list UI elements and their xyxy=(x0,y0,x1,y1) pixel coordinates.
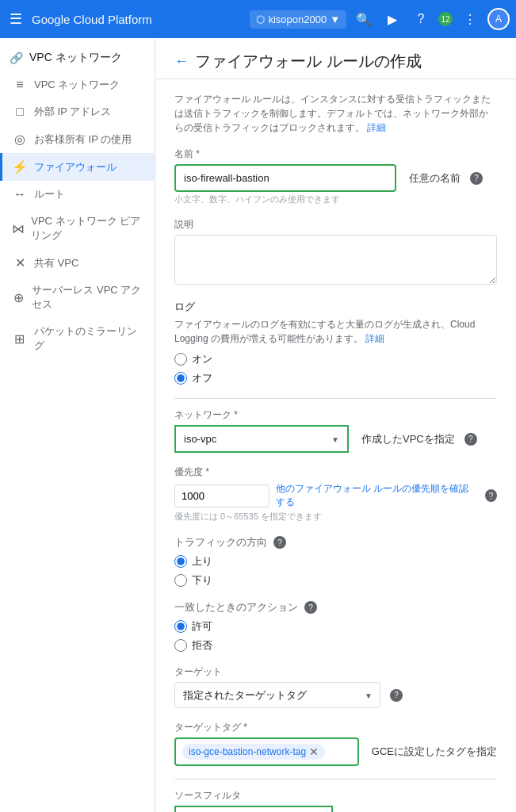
target-help-icon[interactable]: ? xyxy=(390,689,403,702)
sidebar-item-customer-ip[interactable]: ◎ お客様所有 IP の使用 xyxy=(0,125,155,153)
name-field-wrapper: 名前 * 任意の名前 ? 小文字、数字、ハイフンのみ使用できます xyxy=(174,147,497,205)
priority-section: 優先度 * 他のファイアウォール ルールの優先順を確認する ? 優先度には 0～… xyxy=(174,465,497,523)
sidebar-item-label: パケットのミラーリング xyxy=(34,324,145,353)
target-tag-annotation: GCEに設定したタグを指定 xyxy=(372,745,497,759)
log-desc: ファイアウォールのログを有効にすると大量のログが生成され、Cloud Loggi… xyxy=(174,317,497,346)
deny-radio[interactable] xyxy=(174,639,187,652)
avatar[interactable]: A xyxy=(487,8,510,30)
egress-radio[interactable] xyxy=(174,574,187,587)
sidebar-item-label: お客様所有 IP の使用 xyxy=(34,132,132,147)
sidebar: 🔗 VPC ネットワーク ≡ VPC ネットワーク □ 外部 IP アドレス ◎… xyxy=(0,38,155,812)
traffic-help-icon[interactable]: ? xyxy=(273,536,286,549)
log-on-option[interactable]: オン xyxy=(174,352,497,366)
vpc-network-icon: ≡ xyxy=(12,78,28,92)
sidebar-item-shared-vpc[interactable]: ✕ 共有 VPC xyxy=(0,249,155,277)
source-filter-label: ソースフィルタ xyxy=(174,789,497,802)
divider-1 xyxy=(174,398,497,399)
help-icon[interactable]: ? xyxy=(410,8,432,30)
sidebar-item-serverless-vpc[interactable]: ⊕ サーバーレス VPC アクセス xyxy=(0,277,155,318)
ingress-label: 上り xyxy=(192,554,212,569)
name-input[interactable] xyxy=(174,164,396,192)
shared-vpc-icon: ✕ xyxy=(12,255,28,270)
external-ip-icon: □ xyxy=(12,105,28,119)
traffic-ingress-option[interactable]: 上り xyxy=(174,554,497,569)
log-section: ログ ファイアウォールのログを有効にすると大量のログが生成され、Cloud Lo… xyxy=(174,300,497,385)
sidebar-item-packet-mirroring[interactable]: ⊞ パケットのミラーリング xyxy=(0,318,155,359)
name-annotation-block: 名前 * 任意の名前 ? 小文字、数字、ハイフンのみ使用できます xyxy=(174,147,497,205)
routes-icon: ↔ xyxy=(12,187,28,201)
sidebar-item-vpc-peering[interactable]: ⋈ VPC ネットワーク ピアリング xyxy=(0,208,155,249)
description-input[interactable] xyxy=(174,235,497,285)
allow-label: 許可 xyxy=(192,619,212,634)
sidebar-item-label: VPC ネットワーク xyxy=(34,78,120,92)
action-section: 一致したときのアクション ? 許可 拒否 xyxy=(174,600,497,653)
log-off-radio[interactable] xyxy=(174,372,187,385)
network-select[interactable]: iso-vpc xyxy=(176,427,347,451)
action-allow-option[interactable]: 許可 xyxy=(174,619,497,634)
ingress-radio[interactable] xyxy=(174,555,187,568)
description-link[interactable]: 詳細 xyxy=(367,122,386,133)
source-filter-section: ソースフィルタ IP 範囲 ? xyxy=(174,789,497,812)
source-filter-row: IP 範囲 ? xyxy=(174,806,497,812)
target-label: ターゲット xyxy=(174,665,497,679)
sidebar-item-vpc-network[interactable]: ≡ VPC ネットワーク xyxy=(0,71,155,98)
log-on-label: オン xyxy=(192,352,212,366)
network-select-wrapper: iso-vpc xyxy=(174,425,349,453)
notification-badge[interactable]: 12 xyxy=(438,12,453,26)
target-select[interactable]: 指定されたターゲットタグ xyxy=(174,682,380,708)
target-tag-input[interactable]: iso-gce-bastion-network-tag ✕ xyxy=(174,737,359,766)
search-icon[interactable]: 🔍 xyxy=(353,8,375,30)
sidebar-item-label: ファイアウォール xyxy=(34,160,117,174)
name-help-icon[interactable]: ? xyxy=(470,172,483,185)
hamburger-icon[interactable]: ☰ xyxy=(6,7,25,31)
sidebar-item-label: ルート xyxy=(34,187,65,201)
page-header: ← ファイアウォール ルールの作成 xyxy=(155,38,516,79)
action-help-icon[interactable]: ? xyxy=(304,601,317,614)
egress-label: 下り xyxy=(192,573,212,588)
traffic-label: トラフィックの方向 xyxy=(174,535,267,550)
priority-label: 優先度 * xyxy=(174,465,497,479)
action-radio-group: 許可 拒否 xyxy=(174,619,497,653)
traffic-egress-option[interactable]: 下り xyxy=(174,573,497,588)
nav-icons: 🔍 ▶ ? 12 ⋮ A xyxy=(353,8,510,30)
project-selector[interactable]: ⬡ kisopon2000 ▼ xyxy=(250,10,346,29)
target-select-wrapper: 指定されたターゲットタグ xyxy=(174,682,380,708)
serverless-vpc-icon: ⊕ xyxy=(12,290,25,305)
sidebar-item-firewall[interactable]: ⚡ ファイアウォール xyxy=(0,153,155,181)
cloud-shell-icon[interactable]: ▶ xyxy=(381,8,403,30)
app-title: Google Cloud Platform xyxy=(32,13,243,26)
sidebar-item-routes[interactable]: ↔ ルート xyxy=(0,181,155,208)
traffic-radio-group: 上り 下り xyxy=(174,554,497,588)
target-section: ターゲット 指定されたターゲットタグ ? xyxy=(174,665,497,708)
more-options-icon[interactable]: ⋮ xyxy=(459,8,481,30)
network-help-icon[interactable]: ? xyxy=(464,433,477,446)
traffic-section: トラフィックの方向 ? 上り 下り xyxy=(174,535,497,588)
priority-input[interactable] xyxy=(174,485,269,508)
name-section: 名前 * 任意の名前 ? 小文字、数字、ハイフンのみ使用できます xyxy=(174,147,497,205)
log-on-radio[interactable] xyxy=(174,353,187,366)
sidebar-header: 🔗 VPC ネットワーク xyxy=(0,38,155,71)
back-button[interactable]: ← xyxy=(174,53,189,70)
priority-link[interactable]: 他のファイアウォール ルールの優先順を確認する xyxy=(276,482,476,509)
allow-radio[interactable] xyxy=(174,620,187,633)
page-description: ファイアウォール ルールは、インスタンスに対する受信トラフィックまたは送信トラフ… xyxy=(174,92,497,135)
vpc-peering-icon: ⋈ xyxy=(12,221,25,236)
log-off-label: オフ xyxy=(192,371,212,385)
sidebar-item-label: 共有 VPC xyxy=(34,256,78,270)
sidebar-item-external-ip[interactable]: □ 外部 IP アドレス xyxy=(0,98,155,125)
packet-mirroring-icon: ⊞ xyxy=(12,331,28,347)
target-tag-chip: iso-gce-bastion-network-tag ✕ xyxy=(182,744,325,760)
deny-label: 拒否 xyxy=(192,638,212,653)
log-detail-link[interactable]: 詳細 xyxy=(365,333,384,344)
priority-row: 他のファイアウォール ルールの優先順を確認する ? xyxy=(174,482,497,509)
target-tag-label: ターゲットタグ * xyxy=(174,721,497,734)
tag-chip-remove[interactable]: ✕ xyxy=(309,745,319,758)
source-filter-select[interactable]: IP 範囲 xyxy=(176,807,331,812)
target-row: 指定されたターゲットタグ ? xyxy=(174,682,497,708)
action-deny-option[interactable]: 拒否 xyxy=(174,638,497,653)
target-tag-section: ターゲットタグ * iso-gce-bastion-network-tag ✕ … xyxy=(174,721,497,766)
priority-help-icon[interactable]: ? xyxy=(485,489,497,502)
log-off-option[interactable]: オフ xyxy=(174,371,497,385)
network-section: ネットワーク * iso-vpc 作成したVPCを指定 ? xyxy=(174,408,497,453)
name-annotation: 任意の名前 xyxy=(409,171,461,186)
